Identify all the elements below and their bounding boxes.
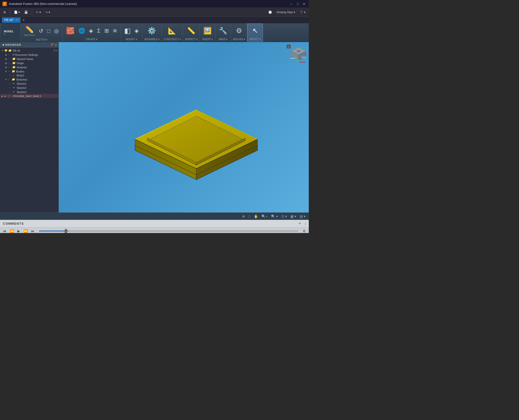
lines-button[interactable]: ≋ — [111, 27, 119, 35]
sketches-toggle[interactable]: ▼ — [4, 78, 7, 81]
maximize-button[interactable]: □ — [296, 2, 300, 6]
tab-label: PB v8* — [4, 18, 13, 22]
save-button[interactable]: 💾 — [23, 10, 29, 15]
make-button[interactable]: 🔧 — [217, 26, 229, 36]
construct-button[interactable]: 📐 — [166, 26, 178, 36]
timeline-track[interactable] — [39, 230, 298, 232]
root-visibility-icon[interactable]: ● — [56, 49, 58, 52]
sketch2-eye[interactable]: ○ — [9, 86, 12, 89]
bodies-name: Bodies — [16, 70, 58, 73]
assemble-button[interactable]: ⚙️ — [146, 26, 158, 36]
select-button[interactable]: ↖ — [251, 26, 260, 36]
body1-eye[interactable]: ○ — [9, 74, 12, 77]
origin-eye[interactable]: ○ — [8, 62, 12, 64]
extrude-button[interactable]: ◈ — [87, 27, 95, 35]
settings-toggle[interactable]: ▶ — [5, 53, 8, 56]
undo-ribbon-button[interactable]: ↺ — [37, 27, 45, 35]
circle-button[interactable]: ◎ — [53, 27, 60, 35]
display-button[interactable]: ▤ ▾ — [298, 214, 307, 219]
new-button[interactable]: 📄 ▾ — [12, 10, 21, 15]
sketch1-eye[interactable]: ○ — [9, 82, 12, 85]
sum-button[interactable]: Σ — [96, 27, 102, 35]
timeline-settings-button[interactable]: ⚙ — [302, 229, 307, 233]
tab-close-icon[interactable]: ✕ — [16, 19, 18, 21]
help-button[interactable]: ❓ ▾ — [298, 10, 307, 15]
pattern-button[interactable]: ⊞ — [103, 27, 110, 35]
zoom-button[interactable]: 🔍 ▾ — [270, 214, 279, 219]
grid-view-button[interactable]: ▦ ▾ — [289, 214, 297, 219]
sketch3-eye[interactable]: ○ — [9, 91, 12, 93]
timeline-next-button[interactable]: ⏩ — [23, 229, 29, 233]
comments-collapse-icon[interactable]: | — [305, 222, 306, 225]
tree-sketch2[interactable]: ○ ✏ Sketch2 — [0, 86, 59, 90]
modify2-button[interactable]: ◈ — [133, 27, 140, 35]
sketch-button[interactable]: ✏️ SKETCH ▾ — [23, 24, 36, 37]
orbit-button[interactable]: ✋ — [253, 214, 259, 219]
sketch-section-label: SKETCH ▾ — [36, 37, 47, 41]
fit-button[interactable]: □ — [247, 214, 252, 219]
analysis-toggle[interactable]: ▶ — [5, 66, 8, 69]
bodies-toggle[interactable]: ▼ — [4, 70, 7, 73]
sketches-eye[interactable]: ○ — [8, 78, 11, 81]
view-button[interactable]: ⊡ ▾ — [280, 214, 288, 219]
tree-bodies[interactable]: ▼ ○ 📁 Bodies — [0, 69, 59, 73]
root-toggle-icon[interactable]: ▼ — [1, 49, 4, 52]
insert-section-label: INSERT ▾ — [202, 37, 213, 41]
browser-title: BROWSER — [5, 43, 21, 46]
views-eye[interactable]: ○ — [8, 58, 12, 60]
nav-cluster: ⊕ □ ✋ 🔍+ 🔍 ▾ ⊡ ▾ ▦ ▾ ▤ ▾ — [241, 214, 307, 219]
timeline-play-button[interactable]: ▶ — [16, 229, 21, 233]
viewcube[interactable]: ⌂ TOP FRONT RIGHT X Z — [287, 45, 306, 64]
viewport[interactable]: ⌂ TOP FRONT RIGHT X Z — [59, 42, 309, 212]
tab-pbv8[interactable]: PB v8* ✕ — [2, 17, 21, 23]
settings-eye[interactable]: ○ — [8, 53, 12, 56]
modify-button[interactable]: ◧ — [123, 26, 132, 36]
root-eye-icon[interactable]: 💛 — [4, 49, 8, 52]
bodies-eye[interactable]: ○ — [8, 70, 11, 73]
tree-body1[interactable]: ○ □ Body1 — [0, 73, 59, 77]
tree-chocolate-layer[interactable]: ▶ ● □ chocolate_layer_base:1 — [0, 94, 59, 98]
globe-button[interactable]: 🌐 — [77, 27, 86, 35]
timeline-last-button[interactable]: ⏭ — [30, 229, 36, 233]
origin-toggle[interactable]: ▶ — [5, 62, 8, 64]
choc-toggle[interactable]: ▶ — [1, 95, 4, 97]
browser-pin-icon[interactable]: 📌 — [50, 43, 54, 46]
analysis-eye[interactable]: ○ — [8, 66, 12, 69]
user-menu[interactable]: Amarsy Alya ▾ — [275, 10, 297, 15]
browser-menu-icon[interactable]: ≡ — [55, 43, 57, 46]
timeline-first-button[interactable]: ⏮ — [2, 229, 7, 233]
tree-analysis[interactable]: ▶ ○ 📁 Analysis — [0, 65, 59, 69]
close-button[interactable]: ✕ — [302, 2, 306, 6]
timeline-prev-button[interactable]: ⏪ — [9, 229, 15, 233]
add-tab-button[interactable]: + — [21, 17, 27, 23]
redo-button[interactable]: ↪ ▾ — [44, 10, 51, 15]
choc-eye[interactable]: ● — [4, 95, 8, 97]
views-toggle[interactable]: ▶ — [5, 58, 8, 60]
root-settings-icon[interactable]: ⚙ — [53, 49, 56, 52]
add-comment-button[interactable]: + — [298, 221, 301, 226]
tree-document-settings[interactable]: ▶ ○ ⚙ Document Settings — [0, 53, 59, 57]
tree-root[interactable]: ▼ 💛 📁 PB v8 ⚙ ● — [0, 48, 59, 53]
pan-button[interactable]: ⊕ — [241, 214, 246, 219]
comments-bar: COMMENTS + | — [0, 220, 309, 227]
clock-button[interactable]: 🕐 — [267, 10, 273, 15]
addins-button[interactable]: ⚙ — [235, 26, 244, 36]
rect-button[interactable]: □ — [46, 27, 52, 35]
tree-sketch3[interactable]: ○ ✏ Sketch3 — [0, 90, 59, 94]
tree-sketch1[interactable]: ○ ✏ Sketch1 — [0, 82, 59, 86]
insert-button[interactable]: 🖼️ — [202, 26, 213, 36]
inspect-button[interactable]: 📏 — [185, 26, 197, 36]
grid-button[interactable]: ⊞ — [2, 10, 7, 15]
minimize-button[interactable]: – — [289, 2, 294, 6]
tree-named-views[interactable]: ▶ ○ 📁 Named Views — [0, 57, 59, 61]
3d-model — [111, 57, 282, 192]
model-label[interactable]: MODEL ▾ — [1, 23, 21, 42]
titlebar: F Autodesk Fusion 360 (Non-commercial Li… — [0, 0, 309, 8]
undo-button[interactable]: ↩ ▾ — [35, 10, 42, 15]
tree-sketches[interactable]: ▼ ○ 📁 Sketches — [0, 77, 59, 82]
create-button[interactable]: 🧱 — [64, 26, 76, 36]
timeline-marker[interactable] — [65, 229, 67, 233]
browser-collapse-icon[interactable]: ◀ — [2, 43, 4, 46]
zoom-in-button[interactable]: 🔍+ — [260, 214, 269, 219]
tree-origin[interactable]: ▶ ○ 📁 Origin — [0, 61, 59, 65]
